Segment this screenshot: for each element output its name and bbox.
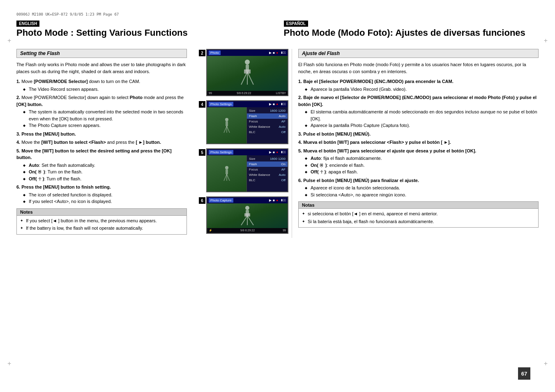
step-5-subs: Auto: Set the flash automatically. On( ⛨… [23,162,187,182]
svg-rect-12 [226,169,228,174]
screen-4-icons: ▶■ ● ▮▯▯ [269,102,286,106]
menu-item-wb: White BalanceAuto [247,124,288,129]
step-5-num: 5. [16,148,21,153]
es-step-1-subs: Aparece la pantalla Video Record (Grab. … [305,86,539,93]
svg-line-10 [227,126,230,133]
svg-rect-21 [244,213,250,217]
svg-line-2 [241,72,247,85]
spanish-page-title: Photo Mode (Modo Foto): Ajustes de diver… [284,28,539,38]
english-steps-list: 1. Move [POWER/MODE Selector] down to tu… [16,78,187,205]
english-step-6: 6. Press the [MENU] button to finish set… [16,184,187,205]
svg-point-0 [245,60,250,65]
english-badge: ENGLISH [16,21,39,27]
screen-4-number: 4 [199,101,205,108]
title-row: ENGLISH Photo Mode : Setting Various Fun… [16,21,539,43]
top-meta: 00906J M2100 UK+ESP-072 9/8/05 1:23 PM P… [16,12,539,16]
screen-6-bottom: ⚡ 9/8 6:29:22 99 [207,228,288,233]
screen-2-number: 2 [199,50,205,56]
screen-6-header: Photo Capture ▶■ ● ▮▯▯ [207,197,288,203]
screen-5-body: Size1600 1200 FlashOn FocusAF White Bala… [207,155,288,191]
screen-5-icons: ▶■ ● ▮▯▯ [269,150,286,154]
screen-5-number: 5 [199,149,205,156]
es-step-5-num: 5. [298,148,303,153]
es-step-5-sub-2: On( ⛨ ): enciende el flash. [305,162,539,169]
spanish-step-2: 2. Baje de nuevo el [Selector de POWER/M… [298,94,539,129]
person-tripod-icon-6 [235,205,260,227]
svg-line-4 [247,72,253,85]
es-step-2-text: Baje de nuevo el [Selector de POWER/MODE… [298,95,537,107]
step-5-sub-3: Off( ☥ ): Turn off the flash. [23,175,187,182]
screen5-menu-wb: White BalanceAuto [247,172,288,178]
spanish-step-6: 6. Pulse el botón [MENU] (MENÚ) para fin… [298,177,539,198]
spanish-badge: ESPAÑOL [284,21,309,27]
es-step-6-sub-1: Aparece el icono de la función seleccion… [305,184,539,191]
step-3-text: Press the [MENU] button. [21,131,76,136]
es-step-5-sub-3: Off( ☥ ): apaga el flash. [305,168,539,175]
spanish-notes-content: si selecciona el botón [◄ ] en el menú, … [299,209,538,227]
es-step-1-sub-1: Aparece la pantalla Video Record (Grab. … [305,86,539,93]
es-step-6-sub-2: Si selecciona <Auto>, no aparece ningún … [305,191,539,198]
step-4-num: 4. [16,140,21,145]
screen5-menu-size: Size1600 1200 [247,156,288,161]
step-1-subs: The Video Record screen appears. [23,86,187,93]
spanish-section-header: Ajuste del Flash [298,49,539,58]
screen-2: Photo ▶■ ● ▮▯▯ [206,49,288,96]
person-tripod-icon-2 [235,58,260,89]
step-2-sub-2: The Photo Capture screen appears. [23,122,187,129]
english-notes-box: Notes If you select [◄ ] button in the m… [16,208,187,235]
step-1-sub-1: The Video Record screen appears. [23,86,187,93]
step-6-num: 6. [16,184,21,189]
screen-4: Photo Settings ▶■ ● ▮▯▯ [206,100,288,144]
es-step-3-num: 3. [298,131,303,136]
es-step-2-subs: El sistema cambia automáticamente al mod… [305,108,539,129]
screen-2-icons: ▶■ ● ▮▯▯ [269,51,286,55]
screen-5-wrapper: 5 Photo Settings ▶■ ● ▮▯▯ [206,148,288,192]
crosshair-top-left: + [7,37,11,44]
two-col-content: Setting the Flash The Flash only works i… [16,49,539,238]
svg-line-18 [241,216,247,225]
english-note-2: If the battery is low, the flash will no… [20,225,183,232]
screen-5-header: Photo Settings ▶■ ● ▮▯▯ [207,149,288,155]
menu-item-flash-selected: FlashAuto [247,113,288,119]
screen-5: Photo Settings ▶■ ● ▮▯▯ [206,148,288,192]
screen5-menu-focus: FocusAF [247,167,288,172]
es-step-1-text: Baje el [Selector POWER/MODE] (ENC./MODO… [303,79,454,84]
screen-2-wrapper: 2 Photo ▶■ ● ▮▯▯ [206,49,288,96]
es-step-3-text: Pulse el botón [MENU] (MENÚ). [303,131,371,136]
menu-item-focus: FocusAF [247,119,288,124]
menu-item-blc: BLCOff [247,129,288,135]
screen-6-number: 6 [199,197,205,204]
svg-line-8 [224,126,227,133]
english-page-title: Photo Mode : Setting Various Functions [16,28,272,38]
person-icon-4 [221,117,233,134]
crosshair-top-right: + [544,37,548,44]
screen-6-icons: ▶■ ● ▮▯▯ [269,198,286,202]
step-3-num: 3. [16,131,21,136]
step-5-text: Move the [W/T] button to select the desi… [16,148,172,160]
es-step-2-sub-2: Aparece la pantalla Photo Capture (Captu… [305,122,539,129]
crosshair-bottom-left: + [7,360,11,367]
screen-4-menu: Size1600 1200 FlashAuto FocusAF White Ba… [246,107,288,143]
step-2-subs: The system is automatically converted in… [23,108,187,129]
crosshair-bottom-right: + [544,360,548,367]
es-step-2-num: 2. [298,95,303,100]
screen-4-header: Photo Settings ▶■ ● ▮▯▯ [207,101,288,107]
english-body-intro: The Flash only works in Photo mode and a… [16,61,187,75]
english-step-4: 4. Move the [W/T] button to select <Flas… [16,139,187,146]
english-notes-content: If you select [◄ ] button in the menu, t… [17,216,187,234]
screen-6: Photo Capture ▶■ ● ▮▯▯ [206,196,288,234]
screen5-menu-blc: BLCOff [247,178,288,183]
screen-5-thumbnail [207,155,246,191]
spanish-body-intro: El Flash sólo funciona en Photo mode (mo… [298,61,539,75]
step-2-sub-1: The system is automatically converted in… [23,108,187,122]
screen-6-photo-area [207,203,288,228]
camera-screens: 2 Photo ▶■ ● ▮▯▯ [193,49,292,238]
screen-5-menu: Size1600 1200 FlashOn FocusAF White Bala… [246,155,288,191]
es-step-5-text: Mueva el botón [W/T] para seleccionar el… [303,148,476,153]
step-6-sub-1: The icon of selected function is display… [23,191,187,198]
svg-line-13 [224,174,227,181]
step-1-num: 1. [16,79,21,84]
spanish-step-5: 5. Mueva el botón [W/T] para seleccionar… [298,148,539,175]
step-5-sub-2: On( ⛨ ): Turn on the flash. [23,168,187,175]
english-note-1: If you select [◄ ] button in the menu, t… [20,217,183,224]
